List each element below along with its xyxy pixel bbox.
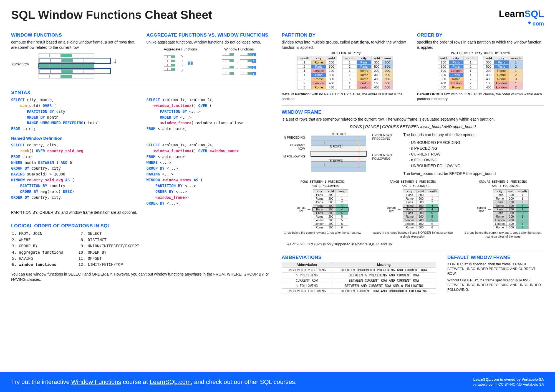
agg-vs-window-diagram: Aggregate Functions ↘→→↗ ∑	[147, 47, 274, 77]
orderby-desc: specifies the order of rows in each part…	[417, 40, 544, 50]
orderby-table-before: soldcitymonth200Paris1500Paris2100London…	[438, 56, 478, 90]
partition-table-after: monthcitysoldsum1Paris3008002Paris500800…	[342, 56, 393, 90]
frame-syntax: ROWS | RANGE | GROUPS BETWEEN lower_boun…	[282, 124, 544, 129]
agg-heading: AGGREGATE FUNCTIONS VS. WINDOW FUNCTIONS	[147, 32, 274, 38]
orderby-default: Default ORDER BY: with no ORDER BY claus…	[417, 92, 544, 101]
abbrev-heading: ABBREVIATIONS	[282, 255, 436, 260]
frame-heading: WINDOW FRAME	[282, 110, 544, 115]
agg-desc: unlike aggregate functions, window funct…	[147, 40, 274, 45]
partition-table-before: monthcitysold1Rome2002Paris5001London100…	[297, 56, 337, 90]
syntax-example-1: SELECT city, month, sum(sold) OVER ( PAR…	[11, 97, 138, 132]
syntax-template-1: SELECT <column_1>, <column_2>, <window_f…	[147, 97, 274, 132]
groups-frame-table: citysoldmonthParis3001Rome2001Paris5002R…	[493, 189, 529, 229]
logo: LearnSQL • com	[499, 8, 544, 27]
logical-heading: LOGICAL ORDER OF OPERATIONS IN SQL	[11, 223, 273, 229]
orderby-table-after: soldcitymonth300Paris1500Paris2200Rome13…	[483, 56, 523, 90]
named-window-example: SELECT country, city, rank() OVER countr…	[11, 142, 138, 206]
range-frame-table: citysoldmonthParis3001Rome2001Paris5002R…	[403, 189, 439, 229]
arrow-down-icon: ↓	[113, 56, 117, 65]
abbrev-table: AbbreviationMeaningUNBOUNDED PRECEDINGBE…	[282, 262, 436, 294]
syntax-note: PARTITION BY, ORDER BY, and window frame…	[11, 210, 273, 215]
frame-diagram: N PRECEDINGCURRENT ROWM FOLLOWING PARTIT…	[282, 132, 544, 176]
wf-desc: compute their result based on a sliding …	[11, 40, 138, 50]
rows-frame-table: citysoldmonthParis3001Rome2001Paris5002R…	[313, 189, 349, 229]
page-title: SQL Window Functions Cheat Sheet	[11, 8, 212, 22]
bounds-list: · UNBOUNDED PRECEDING· n PRECEDING· CURR…	[403, 140, 544, 169]
footer-link-site[interactable]: LearnSQL.com	[150, 378, 191, 385]
frame-desc: is a set of rows that are somehow relate…	[282, 117, 544, 122]
footer-link-course[interactable]: Window Functions	[71, 378, 121, 385]
logical-note: You can use window functions in SELECT a…	[11, 272, 273, 282]
groups-note: As of 2020, GROUPS is only supported in …	[287, 242, 544, 247]
partition-heading: PARTITION BY	[282, 32, 409, 38]
named-window-heading: Named Window Definition	[11, 136, 273, 141]
default-frame-heading: DEFAULT WINDOW FRAME	[447, 255, 544, 260]
sliding-window-diagram: current row ↓	[39, 54, 111, 78]
logical-ops-list-2: SELECTDISTINCTUNION/INTERSECT/EXCEPTORDE…	[80, 230, 139, 268]
footer: Try out the interactive Window Functions…	[0, 372, 555, 392]
wf-heading: WINDOW FUNCTIONS	[11, 32, 138, 38]
orderby-heading: ORDER BY	[417, 32, 544, 38]
partition-default: Default Partition: with no PARTITION BY …	[282, 92, 409, 101]
named-window-template: SELECT <column_1>, <column_2>, <window_f…	[147, 142, 274, 206]
syntax-heading: SYNTAX	[11, 90, 273, 95]
partition-desc: divides rows into multiple groups, calle…	[282, 40, 409, 50]
logical-ops-list-1: FROM, JOINWHEREGROUP BYaggregate functio…	[11, 230, 63, 268]
